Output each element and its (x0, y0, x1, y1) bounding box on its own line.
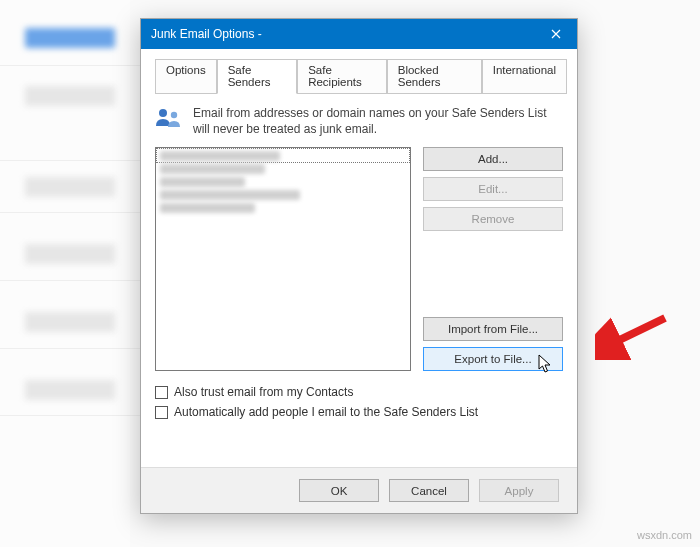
close-button[interactable] (535, 19, 577, 49)
ok-button[interactable]: OK (299, 479, 379, 502)
description-text: Email from addresses or domain names on … (193, 106, 563, 137)
junk-email-options-dialog: Junk Email Options - Options Safe Sender… (140, 18, 578, 514)
window-title: Junk Email Options - (151, 27, 535, 41)
trust-contacts-checkbox[interactable]: Also trust email from my Contacts (155, 385, 563, 399)
tab-blocked-senders[interactable]: Blocked Senders (387, 59, 482, 94)
remove-button[interactable]: Remove (423, 207, 563, 231)
safe-senders-list[interactable] (155, 147, 411, 371)
tab-safe-senders[interactable]: Safe Senders (217, 59, 297, 94)
checkbox-icon (155, 386, 168, 399)
import-from-file-button[interactable]: Import from File... (423, 317, 563, 341)
auto-add-checkbox[interactable]: Automatically add people I email to the … (155, 405, 563, 419)
apply-button[interactable]: Apply (479, 479, 559, 502)
people-icon (155, 106, 183, 130)
cursor-icon (538, 354, 554, 374)
close-icon (551, 29, 561, 39)
auto-add-label: Automatically add people I email to the … (174, 405, 478, 419)
svg-point-0 (159, 109, 167, 117)
svg-line-2 (607, 318, 665, 346)
titlebar: Junk Email Options - (141, 19, 577, 49)
trust-contacts-label: Also trust email from my Contacts (174, 385, 353, 399)
edit-button[interactable]: Edit... (423, 177, 563, 201)
checkbox-icon (155, 406, 168, 419)
cancel-button[interactable]: Cancel (389, 479, 469, 502)
tab-safe-recipients[interactable]: Safe Recipients (297, 59, 387, 94)
tab-options[interactable]: Options (155, 59, 217, 94)
tab-international[interactable]: International (482, 59, 567, 94)
dialog-footer: OK Cancel Apply (141, 467, 577, 513)
tab-strip: Options Safe Senders Safe Recipients Blo… (141, 49, 577, 94)
credit-text: wsxdn.com (637, 529, 692, 541)
annotation-arrow (595, 310, 675, 360)
svg-point-1 (171, 112, 177, 118)
add-button[interactable]: Add... (423, 147, 563, 171)
